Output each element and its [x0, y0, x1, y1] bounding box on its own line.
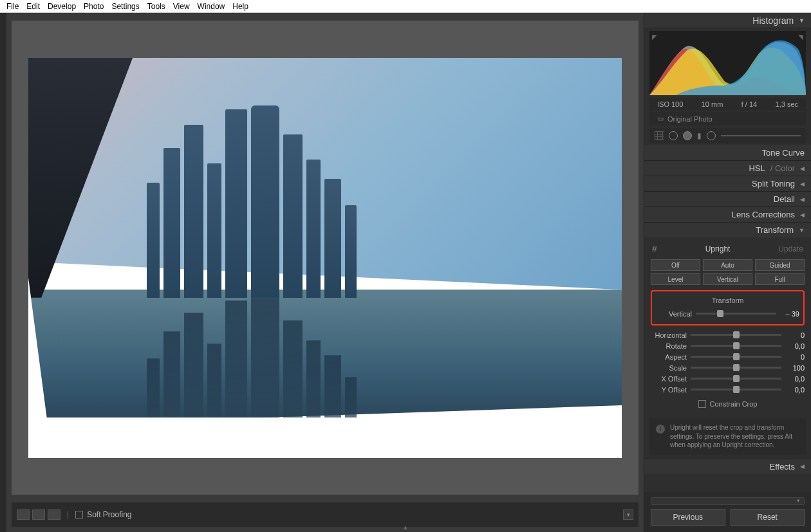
histogram-chart[interactable]: ◤ ◥	[649, 31, 806, 95]
chevron-left-icon: ◀	[800, 212, 805, 218]
soft-proofing-checkbox[interactable]	[75, 511, 83, 518]
original-photo-label: Original Photo	[667, 115, 713, 123]
upright-grid-icon[interactable]: #	[652, 244, 657, 254]
radial-tool-icon[interactable]	[707, 131, 716, 140]
slider-scale[interactable]: Scale 100	[651, 362, 805, 373]
slider-xoffset-value[interactable]: 0,0	[785, 375, 805, 383]
section-split-toning[interactable]: Split Toning ◀	[644, 176, 811, 191]
slider-scale-value[interactable]: 100	[785, 364, 805, 372]
rectangle-icon: ▭	[657, 115, 664, 123]
menu-help[interactable]: Help	[228, 2, 252, 11]
histogram-header[interactable]: Histogram ▼	[644, 13, 811, 28]
section-detail-label: Detail	[774, 194, 795, 204]
previous-button[interactable]: Previous	[651, 509, 725, 526]
upright-off-button[interactable]: Off	[651, 259, 700, 271]
clip-shadows-icon[interactable]: ◤	[652, 33, 657, 41]
section-lens-corrections[interactable]: Lens Corrections ◀	[644, 206, 811, 222]
transform-highlight-box: Transform Vertical – 39	[651, 290, 805, 326]
exif-iso: ISO 100	[657, 100, 683, 108]
menu-window[interactable]: Window	[194, 2, 229, 11]
slider-y-offset[interactable]: Y Offset 0,0	[651, 384, 805, 395]
tool-size-slider[interactable]	[721, 135, 801, 136]
redeye-tool-icon[interactable]	[683, 131, 692, 140]
view-mode-loupe-icon[interactable]	[17, 509, 30, 520]
soft-proofing-label: Soft Proofing	[87, 510, 131, 519]
preset-dropdown[interactable]	[651, 497, 805, 505]
slider-vertical-value[interactable]: – 39	[780, 310, 799, 318]
slider-aspect[interactable]: Aspect 0	[651, 351, 805, 362]
section-tone-curve-label: Tone Curve	[762, 148, 805, 158]
section-split-toning-label: Split Toning	[752, 179, 795, 188]
upright-update-button[interactable]: Update	[778, 244, 803, 253]
exif-shutter: 1,3 sec	[776, 100, 798, 108]
slider-rotate[interactable]: Rotate 0,0	[651, 340, 805, 351]
left-panel-collapsed[interactable]	[0, 13, 6, 532]
toolbar-menu-dropdown[interactable]: ▾	[623, 509, 633, 520]
section-transform[interactable]: Transform ▼	[644, 222, 811, 237]
spot-tool-icon[interactable]	[669, 131, 678, 140]
slider-horizontal-label: Horizontal	[651, 331, 687, 339]
section-tone-curve[interactable]: Tone Curve	[644, 145, 811, 160]
exif-aperture: f / 14	[741, 100, 757, 108]
menu-file[interactable]: File	[3, 2, 23, 11]
local-adjust-toolstrip: ▮	[649, 128, 806, 143]
slider-vertical[interactable]: Vertical – 39	[656, 308, 799, 319]
section-effects[interactable]: Effects ◀	[644, 459, 811, 474]
slider-rotate-value[interactable]: 0,0	[785, 342, 805, 350]
menu-edit[interactable]: Edit	[23, 2, 44, 11]
upright-info-text: Upright will reset the crop and transfor…	[670, 423, 799, 450]
chevron-left-icon: ◀	[800, 165, 805, 172]
photo-preview	[28, 58, 622, 458]
transform-panel: # Upright Update Off Auto Guided Level V…	[644, 237, 811, 414]
slider-aspect-label: Aspect	[651, 353, 687, 361]
upright-full-button[interactable]: Full	[755, 273, 805, 285]
menu-settings[interactable]: Settings	[107, 2, 143, 11]
image-canvas[interactable]	[12, 21, 639, 495]
section-detail[interactable]: Detail ◀	[644, 191, 811, 206]
chevron-down-icon: ▼	[799, 227, 805, 234]
develop-right-panel: Histogram ▼ ◤ ◥ ISO 100 10 mm f / 14 1,3…	[644, 13, 811, 532]
section-color-label: / Color	[770, 163, 795, 173]
section-hsl-color[interactable]: HSL / Color ◀	[644, 160, 811, 176]
upright-guided-button[interactable]: Guided	[755, 259, 805, 271]
menu-develop[interactable]: Develop	[44, 2, 80, 11]
slider-x-offset[interactable]: X Offset 0,0	[651, 373, 805, 384]
slider-yoffset-label: Y Offset	[651, 386, 687, 394]
menu-photo[interactable]: Photo	[80, 2, 107, 11]
slider-scale-label: Scale	[651, 364, 687, 372]
constrain-crop-label: Constrain Crop	[710, 400, 758, 408]
upright-vertical-button[interactable]: Vertical	[703, 273, 752, 285]
menu-view[interactable]: View	[169, 2, 194, 11]
filmstrip-handle-icon[interactable]: ▲	[402, 524, 409, 531]
section-lens-label: Lens Corrections	[732, 210, 795, 219]
constrain-crop-checkbox[interactable]	[698, 400, 706, 408]
exif-focal: 10 mm	[702, 100, 723, 108]
reset-button[interactable]: Reset	[731, 509, 805, 526]
upright-label: Upright	[705, 244, 731, 253]
info-icon: i	[656, 425, 665, 434]
slider-horizontal[interactable]: Horizontal 0	[651, 329, 805, 340]
canvas-toolbar: | Soft Proofing ▾	[12, 502, 639, 527]
chevron-left-icon: ◀	[800, 181, 805, 187]
section-effects-label: Effects	[769, 462, 795, 472]
menubar: File Edit Develop Photo Settings Tools V…	[0, 0, 811, 13]
transform-subheader: Transform	[656, 297, 799, 304]
slider-xoffset-label: X Offset	[651, 375, 687, 383]
upright-auto-button[interactable]: Auto	[703, 259, 752, 271]
slider-yoffset-value[interactable]: 0,0	[785, 386, 805, 394]
chevron-left-icon: ◀	[800, 196, 805, 203]
menu-tools[interactable]: Tools	[144, 2, 169, 11]
upright-info-note: i Upright will reset the crop and transf…	[649, 418, 806, 455]
view-mode-compare-icon[interactable]	[32, 509, 45, 520]
slider-aspect-value[interactable]: 0	[785, 353, 805, 361]
view-mode-survey-icon[interactable]	[48, 509, 61, 520]
upright-level-button[interactable]: Level	[651, 273, 700, 285]
crop-tool-icon[interactable]	[655, 131, 664, 140]
histogram-title: Histogram	[752, 15, 794, 26]
clip-highlights-icon[interactable]: ◥	[798, 33, 803, 41]
original-photo-row[interactable]: ▭ Original Photo	[649, 112, 806, 125]
chevron-left-icon: ◀	[800, 463, 805, 470]
section-transform-label: Transform	[756, 225, 794, 235]
slider-horizontal-value[interactable]: 0	[785, 331, 805, 339]
panel-footer: Previous Reset	[644, 492, 811, 532]
